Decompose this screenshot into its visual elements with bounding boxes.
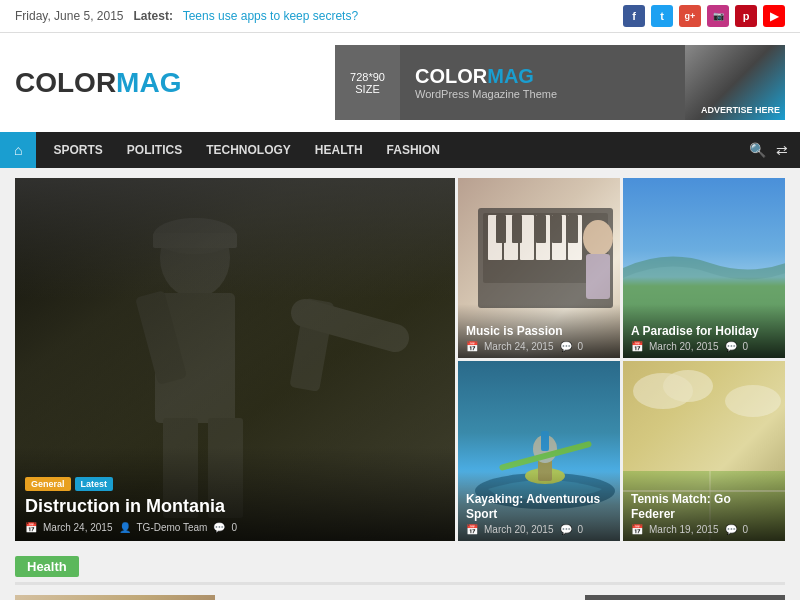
featured-main[interactable]: General Latest Distruction in Montania 📅… xyxy=(15,178,455,541)
ad-graphic: ADVERTISE HERE xyxy=(685,45,785,120)
latest-label: Latest: xyxy=(134,9,173,23)
top-bar-left: Friday, June 5, 2015 Latest: Teens use a… xyxy=(15,9,358,23)
svg-rect-20 xyxy=(552,215,562,243)
nav-item-sports[interactable]: SPORTS xyxy=(41,133,114,167)
pinterest-icon[interactable]: p xyxy=(735,5,757,27)
googleplus-icon[interactable]: g+ xyxy=(679,5,701,27)
comment-icon: 💬 xyxy=(725,524,737,535)
calendar-icon: 📅 xyxy=(631,341,643,352)
logo-accent: MAG xyxy=(116,67,181,98)
featured-grid: General Latest Distruction in Montania 📅… xyxy=(15,178,785,541)
music-title: Music is Passion xyxy=(466,324,612,338)
svg-point-22 xyxy=(583,220,613,256)
featured-main-meta: 📅 March 24, 2015 👤 TG-Demo Team 💬 0 xyxy=(25,522,445,533)
grid-cell-kayak[interactable]: Kayaking: Adventurous Sport 📅 March 20, … xyxy=(458,361,620,541)
youtube-icon[interactable]: ▶ xyxy=(763,5,785,27)
badge-row: General Latest xyxy=(25,477,445,491)
comment-icon: 💬 xyxy=(560,524,572,535)
latest-link[interactable]: Teens use apps to keep secrets? xyxy=(183,9,358,23)
calendar-icon: 📅 xyxy=(466,524,478,535)
health-section-header: Health xyxy=(15,556,785,585)
social-icons: f t g+ 📷 p ▶ xyxy=(623,5,785,27)
holiday-title: A Paradise for Holiday xyxy=(631,324,777,338)
svg-rect-18 xyxy=(512,215,522,243)
main-content: General Latest Distruction in Montania 📅… xyxy=(0,168,800,600)
featured-main-author: TG-Demo Team xyxy=(137,522,208,533)
svg-rect-23 xyxy=(586,254,610,299)
svg-rect-21 xyxy=(568,215,578,243)
featured-main-comments: 0 xyxy=(231,522,237,533)
health-content: Mosquito-borne diseases has threaten Wor… xyxy=(15,595,570,600)
sidebar-ad-content: COLORMAG WordPress Magazine Theme xyxy=(599,595,771,600)
holiday-meta: 📅 March 20, 2015 💬 0 xyxy=(631,341,777,352)
svg-rect-19 xyxy=(536,215,546,243)
music-meta: 📅 March 24, 2015 💬 0 xyxy=(466,341,612,352)
top-bar: Friday, June 5, 2015 Latest: Teens use a… xyxy=(0,0,800,33)
user-icon: 👤 xyxy=(119,522,131,533)
nav-items: SPORTS POLITICS TECHNOLOGY HEALTH FASHIO… xyxy=(36,133,737,167)
twitter-icon[interactable]: t xyxy=(651,5,673,27)
tennis-title: Tennis Match: Go Federer xyxy=(631,492,777,521)
instagram-icon[interactable]: 📷 xyxy=(707,5,729,27)
comment-icon: 💬 xyxy=(560,341,572,352)
svg-rect-17 xyxy=(496,215,506,243)
article-list: Mosquito-borne diseases has threaten Wor… xyxy=(225,595,570,600)
svg-rect-13 xyxy=(520,215,534,260)
date: Friday, June 5, 2015 xyxy=(15,9,124,23)
facebook-icon[interactable]: f xyxy=(623,5,645,27)
coffee-image xyxy=(15,595,215,600)
kayak-title: Kayaking: Adventurous Sport xyxy=(466,492,612,521)
music-overlay: Music is Passion 📅 March 24, 2015 💬 0 xyxy=(458,304,620,358)
tennis-meta: 📅 March 19, 2015 💬 0 xyxy=(631,524,777,535)
ad-subtitle: WordPress Magazine Theme xyxy=(415,88,670,100)
badge-latest: Latest xyxy=(75,477,114,491)
featured-main-date: March 24, 2015 xyxy=(43,522,113,533)
svg-point-34 xyxy=(663,370,713,402)
logo[interactable]: COLORMAG xyxy=(15,67,181,99)
nav-item-health[interactable]: HEALTH xyxy=(303,133,375,167)
holiday-overlay: A Paradise for Holiday 📅 March 20, 2015 … xyxy=(623,304,785,358)
shuffle-icon[interactable]: ⇄ xyxy=(776,142,788,158)
search-icon[interactable]: 🔍 xyxy=(749,142,766,158)
health-articles: Mosquito-borne diseases has threaten Wor… xyxy=(15,595,570,600)
header-ad-banner[interactable]: 728*90 SIZE COLORMAG WordPress Magazine … xyxy=(335,45,785,120)
featured-main-overlay: General Latest Distruction in Montania 📅… xyxy=(15,447,455,541)
header: COLORMAG 728*90 SIZE COLORMAG WordPress … xyxy=(0,33,800,132)
article-item-mosquito[interactable]: Mosquito-borne diseases has threaten Wor… xyxy=(225,595,570,600)
kayak-overlay: Kayaking: Adventurous Sport 📅 March 20, … xyxy=(458,472,620,541)
health-section-tag: Health xyxy=(15,556,79,577)
navigation: ⌂ SPORTS POLITICS TECHNOLOGY HEALTH FASH… xyxy=(0,132,800,168)
nav-right: 🔍 ⇄ xyxy=(737,142,800,158)
featured-main-title: Distruction in Montania xyxy=(25,496,445,518)
sidebar-ad[interactable]: COLORMAG WordPress Magazine Theme 300*25… xyxy=(585,595,785,600)
comment-icon: 💬 xyxy=(725,341,737,352)
ad-size: 728*90 SIZE xyxy=(335,45,400,120)
logo-color: COLOR xyxy=(15,67,116,98)
comment-icon: 💬 xyxy=(213,522,225,533)
nav-item-technology[interactable]: TECHNOLOGY xyxy=(194,133,303,167)
grid-cell-music[interactable]: Music is Passion 📅 March 24, 2015 💬 0 xyxy=(458,178,620,358)
ad-content: COLORMAG WordPress Magazine Theme xyxy=(400,65,685,100)
content-row: Mosquito-borne diseases has threaten Wor… xyxy=(15,595,785,600)
grid-cell-tennis[interactable]: Tennis Match: Go Federer 📅 March 19, 201… xyxy=(623,361,785,541)
calendar-icon: 📅 xyxy=(631,524,643,535)
svg-rect-28 xyxy=(541,431,549,451)
tennis-overlay: Tennis Match: Go Federer 📅 March 19, 201… xyxy=(623,472,785,541)
calendar-icon: 📅 xyxy=(466,341,478,352)
grid-cell-holiday[interactable]: A Paradise for Holiday 📅 March 20, 2015 … xyxy=(623,178,785,358)
health-main-thumb xyxy=(15,595,215,600)
svg-point-35 xyxy=(725,385,781,417)
ad-cta: ADVERTISE HERE xyxy=(701,105,780,115)
sidebar: COLORMAG WordPress Magazine Theme 300*25… xyxy=(585,595,785,600)
badge-general: General xyxy=(25,477,71,491)
kayak-meta: 📅 March 20, 2015 💬 0 xyxy=(466,524,612,535)
nav-home-button[interactable]: ⌂ xyxy=(0,132,36,168)
calendar-icon: 📅 xyxy=(25,522,37,533)
nav-item-fashion[interactable]: FASHION xyxy=(375,133,452,167)
nav-item-politics[interactable]: POLITICS xyxy=(115,133,194,167)
ad-logo: COLORMAG xyxy=(415,65,670,88)
